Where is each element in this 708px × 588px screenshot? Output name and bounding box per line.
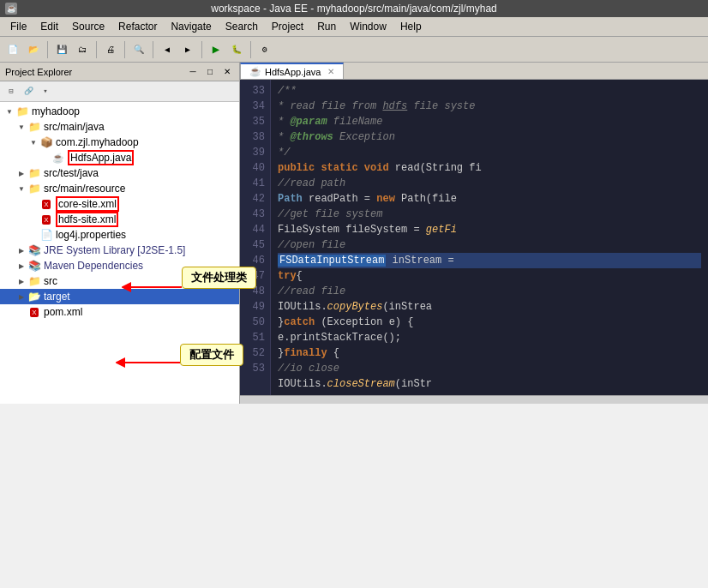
toolbar-separator-4: [153, 41, 153, 58]
tree-item[interactable]: ▼📁src/main/java: [0, 119, 239, 135]
menu-help[interactable]: Help: [393, 19, 429, 34]
code-line: //io close: [278, 361, 701, 376]
tree-arrow: [39, 152, 51, 164]
tree-item[interactable]: Xcore-site.xml: [0, 196, 239, 212]
menu-btn[interactable]: ▾: [38, 84, 53, 99]
toolbar-separator-5: [201, 41, 202, 58]
code-line: //read path: [278, 176, 701, 191]
toolbar-btn-back[interactable]: ◀: [158, 40, 177, 59]
tree-icon: 📁: [27, 274, 41, 288]
toolbar-btn-run[interactable]: ▶: [207, 40, 225, 59]
menu-source[interactable]: Source: [65, 19, 111, 34]
tree-arrow: ▼: [15, 121, 27, 133]
tree-label: hdfs-site.xml: [56, 213, 118, 225]
menu-run[interactable]: Run: [310, 19, 343, 34]
tree-item[interactable]: 📄log4j.properties: [0, 227, 239, 243]
tree-label: src/test/java: [44, 167, 99, 179]
code-line: }finally {: [278, 345, 701, 361]
code-line: */: [278, 145, 701, 160]
line-number: 43: [245, 207, 265, 222]
tree-item[interactable]: ▶📁src/test/java: [0, 165, 239, 181]
menu-bar: File Edit Source Refactor Navigate Searc…: [0, 17, 708, 37]
line-number: 53: [245, 361, 265, 376]
line-number: 40: [245, 160, 265, 176]
tree-item[interactable]: ☕HdfsApp.java: [0, 150, 239, 165]
editor-tab-hdfsapp[interactable]: ☕ HdfsApp.java ✕: [240, 63, 344, 79]
tree-label: src/main/java: [44, 121, 105, 133]
tree-item[interactable]: ▼📦com.zjl.myhadoop: [0, 135, 239, 150]
code-line: //get file system: [278, 207, 701, 222]
tree-item[interactable]: ▶📚JRE System Library [J2SE-1.5]: [0, 243, 239, 258]
line-number: 41: [245, 176, 265, 191]
toolbar-btn-misc[interactable]: ⚙: [255, 40, 274, 59]
tree-arrow: ▼: [27, 136, 39, 148]
code-line: FileSystem fileSystem = getFi: [278, 222, 701, 237]
code-line: /**: [278, 83, 701, 99]
code-line: * @throws Exception: [278, 129, 701, 145]
tree-icon: 📄: [39, 228, 53, 242]
toolbar-separator-6: [250, 41, 251, 58]
tree-label: HdfsApp.java: [68, 152, 134, 164]
tree-arrow: [27, 198, 39, 210]
toolbar-btn-search[interactable]: 🔍: [129, 40, 148, 59]
menu-refactor[interactable]: Refactor: [111, 19, 164, 34]
tree-item[interactable]: ▼📁myhadoop: [0, 104, 239, 119]
tree-icon: X: [27, 305, 41, 319]
line-number: 50: [245, 315, 265, 330]
toolbar-separator-3: [124, 41, 125, 58]
menu-navigate[interactable]: Navigate: [164, 19, 218, 34]
tree-item[interactable]: ▼📁src/main/resource: [0, 181, 239, 196]
tree-icon: 📂: [27, 290, 41, 303]
tree-label: core-site.xml: [56, 198, 119, 210]
tree-label: src: [44, 275, 57, 287]
line-number: 33: [245, 83, 265, 99]
code-content: 33343538394041424344454647484950515253 /…: [240, 80, 708, 395]
menu-search[interactable]: Search: [219, 19, 265, 34]
tree-label: com.zjl.myhadoop: [56, 136, 139, 148]
tab-close-btn[interactable]: ✕: [327, 67, 334, 76]
tree-arrow: [15, 306, 27, 318]
title-bar: ☕ workspace - Java EE - myhadoop/src/mai…: [0, 0, 708, 17]
tree-label: myhadoop: [32, 105, 80, 117]
collapse-all-btn[interactable]: ⊟: [3, 84, 19, 99]
tree-icon: 📚: [27, 243, 41, 257]
toolbar-btn-new[interactable]: 📄: [3, 40, 22, 59]
link-editor-btn[interactable]: 🔗: [21, 84, 36, 99]
panel-toolbar: ⊟ 🔗 ▾: [0, 81, 239, 102]
panel-maximize-btn[interactable]: □: [203, 65, 217, 79]
panel-minimize-btn[interactable]: ─: [186, 65, 200, 79]
panel-close-btn[interactable]: ✕: [220, 65, 234, 79]
code-line: Path readPath = new Path(file: [278, 191, 701, 207]
tree-item[interactable]: ▶📂target: [0, 289, 239, 304]
menu-project[interactable]: Project: [265, 19, 310, 34]
horizontal-scrollbar[interactable]: [240, 395, 708, 404]
tree-item[interactable]: Xhdfs-site.xml: [0, 212, 239, 227]
toolbar-btn-print[interactable]: 🖨: [101, 40, 120, 59]
tree-item[interactable]: Xpom.xml: [0, 304, 239, 320]
tab-label: HdfsApp.java: [265, 67, 321, 77]
line-number: 39: [245, 145, 265, 160]
code-lines[interactable]: /** * read file from hdfs file syste * @…: [271, 80, 708, 395]
code-line: }catch (Exception e) {: [278, 315, 701, 330]
tree-arrow: ▼: [3, 105, 15, 117]
tree-arrow: ▼: [15, 183, 27, 195]
line-number: 51: [245, 330, 265, 345]
line-number: 44: [245, 222, 265, 237]
toolbar-btn-save[interactable]: 💾: [52, 40, 71, 59]
toolbar-btn-forward[interactable]: ▶: [178, 40, 197, 59]
menu-edit[interactable]: Edit: [33, 19, 65, 34]
window-title: workspace - Java EE - myhadoop/src/main/…: [211, 3, 496, 15]
tree-icon: 📁: [27, 182, 41, 195]
app-icon: ☕: [5, 3, 17, 15]
main-area: Project Explorer ─ □ ✕ ⊟ 🔗 ▾ ▼📁myhadoop▼…: [0, 63, 708, 404]
tree-label: target: [44, 291, 70, 303]
toolbar-btn-debug[interactable]: 🐛: [227, 40, 246, 59]
code-line: try{: [278, 268, 701, 284]
tree-arrow: ▶: [15, 260, 27, 272]
menu-file[interactable]: File: [3, 19, 33, 34]
tree-icon: X: [39, 197, 53, 211]
editor-tab-bar: ☕ HdfsApp.java ✕: [240, 63, 708, 80]
menu-window[interactable]: Window: [343, 19, 393, 34]
toolbar-btn-open[interactable]: 📂: [24, 40, 43, 59]
toolbar-btn-save-all[interactable]: 🗂: [73, 40, 92, 59]
